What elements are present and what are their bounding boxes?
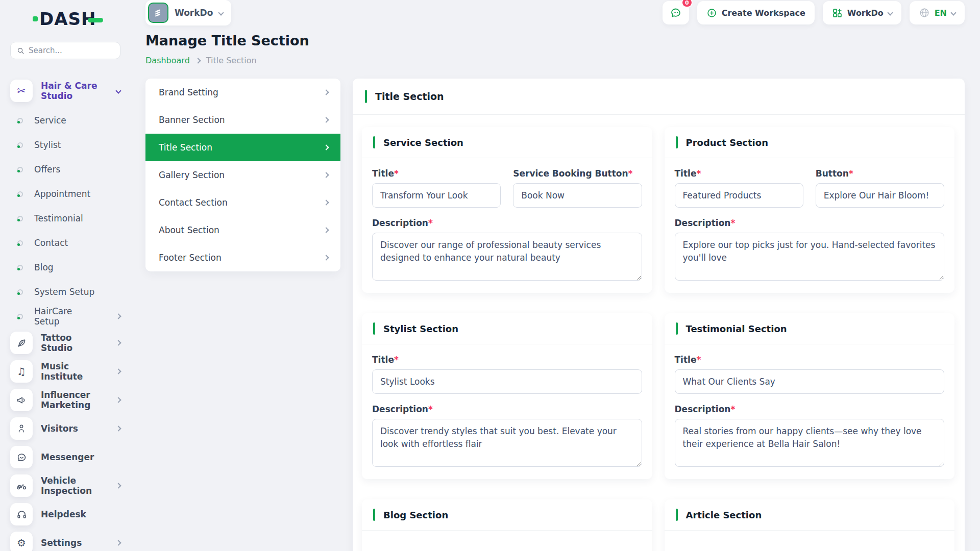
service-booking-button-input[interactable] xyxy=(513,183,642,208)
search-input[interactable] xyxy=(29,46,114,55)
blog-section-card: Blog Section xyxy=(362,499,652,551)
chat-icon xyxy=(10,446,33,468)
chevron-right-icon xyxy=(115,340,121,345)
article-section-card: Article Section xyxy=(665,499,955,551)
menu-item-gallery-section[interactable]: Gallery Section xyxy=(145,161,340,189)
card-title: Service Section xyxy=(383,137,463,148)
app-logo[interactable]: DASH xyxy=(10,0,120,38)
menu-item-about-section[interactable]: About Section xyxy=(145,216,340,244)
chevron-right-icon xyxy=(195,58,201,63)
panel-title: Title Section xyxy=(375,91,444,102)
breadcrumb: Dashboard Title Section xyxy=(145,56,965,65)
chevron-right-icon xyxy=(323,89,329,95)
moped-icon xyxy=(10,474,33,497)
panel-header: Title Section xyxy=(353,79,965,115)
sidebar-item-label: System Setup xyxy=(34,287,94,297)
sidebar-nav: ✂ Hair & Care Studio Service Stylist Off… xyxy=(10,80,120,551)
card-header: Stylist Section xyxy=(362,313,652,344)
page-content: Manage Title Section Dashboard Title Sec… xyxy=(130,26,980,551)
sidebar-group-visitors[interactable]: Visitors xyxy=(10,414,120,443)
product-section-card: Product Section Title* Button* xyxy=(665,127,955,293)
messages-button[interactable]: 0 xyxy=(663,1,689,24)
sidebar-group-influencer-marketing[interactable]: Influencer Marketing xyxy=(10,386,120,414)
app-menu-dropdown[interactable]: WorkDo xyxy=(823,1,901,24)
card-header: Service Section xyxy=(362,127,652,158)
chevron-right-icon xyxy=(115,368,121,374)
logo-dash-icon xyxy=(88,18,103,22)
testimonial-description-textarea[interactable]: Real stories from our happy clients—see … xyxy=(675,419,945,467)
bullet-icon xyxy=(17,142,23,148)
required-marker: * xyxy=(394,355,399,365)
product-button-input[interactable] xyxy=(816,183,944,208)
service-description-textarea[interactable]: Discover our range of professional beaut… xyxy=(372,233,642,281)
headset-icon xyxy=(10,503,33,525)
sidebar-group-helpdesk[interactable]: Helpdesk xyxy=(10,500,120,529)
language-dropdown[interactable]: EN xyxy=(910,1,965,24)
field-label: Title* xyxy=(675,355,945,365)
card-header: Testimonial Section xyxy=(665,313,955,344)
field-label: Title* xyxy=(675,168,803,179)
menu-item-label: Contact Section xyxy=(159,197,228,208)
sidebar-item-contact[interactable]: Contact xyxy=(10,231,120,255)
stylist-description-textarea[interactable]: Discover trendy styles that suit you bes… xyxy=(372,419,642,467)
menu-item-label: Footer Section xyxy=(159,253,222,263)
menu-item-title-section[interactable]: Title Section xyxy=(145,134,340,161)
music-icon: ♫ xyxy=(10,360,33,383)
chevron-down-icon xyxy=(950,10,956,15)
sidebar-item-stylist[interactable]: Stylist xyxy=(10,133,120,157)
sidebar-group-label: Tattoo Studio xyxy=(41,333,100,353)
sidebar-group-vehicle-inspection[interactable]: Vehicle Inspection xyxy=(10,471,120,500)
sidebar-group-tattoo-studio[interactable]: Tattoo Studio xyxy=(10,329,120,357)
sidebar-item-blog[interactable]: Blog xyxy=(10,255,120,280)
sidebar-item-label: HairCare Setup xyxy=(34,306,94,327)
required-marker: * xyxy=(696,355,701,365)
sidebar-group-messenger[interactable]: Messenger xyxy=(10,443,120,471)
sidebar-group-music-institute[interactable]: ♫ Music Institute xyxy=(10,357,120,386)
sidebar-item-appointment[interactable]: Appointment xyxy=(10,182,120,206)
card-header: Product Section xyxy=(665,127,955,158)
menu-item-label: Gallery Section xyxy=(159,170,225,180)
gear-icon: ⚙ xyxy=(10,532,33,551)
sidebar-item-label: Stylist xyxy=(34,140,61,150)
menu-item-brand-setting[interactable]: Brand Setting xyxy=(145,79,340,106)
product-description-textarea[interactable]: Explore our top picks just for you. Hand… xyxy=(675,233,945,281)
service-title-input[interactable] xyxy=(372,183,501,208)
sidebar-item-label: Offers xyxy=(34,164,60,174)
create-workspace-button[interactable]: Create Workspace xyxy=(697,1,815,24)
required-marker: * xyxy=(849,168,853,179)
menu-item-footer-section[interactable]: Footer Section xyxy=(145,244,340,271)
chevron-right-icon xyxy=(115,397,121,403)
search-icon xyxy=(17,46,24,55)
workspace-name: WorkDo xyxy=(175,8,213,18)
plus-circle-icon xyxy=(706,8,717,18)
notification-badge: 0 xyxy=(681,0,693,8)
logo-dot-icon xyxy=(33,16,38,21)
bullet-icon xyxy=(17,314,23,319)
stylist-title-input[interactable] xyxy=(372,369,642,394)
required-marker: * xyxy=(730,404,735,414)
workspace-selector[interactable]: WorkDo xyxy=(145,0,231,26)
sidebar-group-hair-care-studio[interactable]: ✂ Hair & Care Studio xyxy=(10,80,120,102)
product-title-input[interactable] xyxy=(675,183,803,208)
field-label: Button* xyxy=(816,168,944,179)
menu-item-banner-section[interactable]: Banner Section xyxy=(145,106,340,134)
sidebar-group-settings[interactable]: ⚙ Settings xyxy=(10,529,120,551)
workspace-building-icon xyxy=(148,3,168,23)
title-section-panel: Title Section Service Section Title* xyxy=(353,79,965,551)
sidebar-item-offers[interactable]: Offers xyxy=(10,157,120,182)
breadcrumb-current: Title Section xyxy=(206,56,257,65)
chevron-right-icon xyxy=(323,172,329,178)
menu-item-label: Brand Setting xyxy=(159,87,218,97)
testimonial-title-input[interactable] xyxy=(675,369,945,394)
menu-item-contact-section[interactable]: Contact Section xyxy=(145,189,340,216)
sidebar-search[interactable] xyxy=(10,42,120,59)
breadcrumb-dashboard-link[interactable]: Dashboard xyxy=(145,56,190,65)
sidebar-item-haircare-setup[interactable]: HairCare Setup xyxy=(10,304,120,329)
sidebar-item-system-setup[interactable]: System Setup xyxy=(10,280,120,304)
chevron-right-icon xyxy=(115,540,121,545)
sidebar-item-testimonial[interactable]: Testimonial xyxy=(10,206,120,231)
sidebar-item-service[interactable]: Service xyxy=(10,108,120,133)
topbar: WorkDo 0 Create Workspace xyxy=(130,0,980,26)
accent-bar xyxy=(676,136,678,148)
required-marker: * xyxy=(428,404,433,414)
